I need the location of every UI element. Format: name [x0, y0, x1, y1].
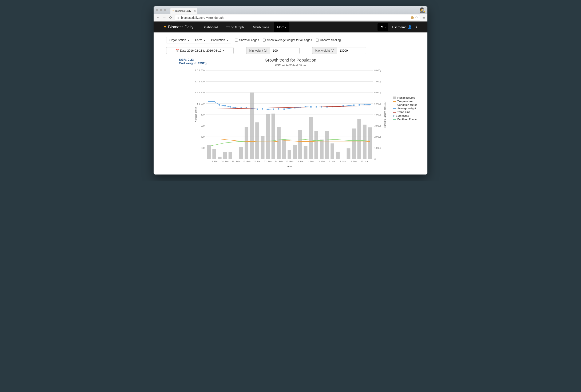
organisation-dropdown[interactable]: Organisation▾	[166, 37, 192, 44]
sgr-value: SGR: 0.23	[179, 58, 207, 61]
svg-rect-62	[251, 108, 253, 109]
svg-text:1.6 1 600: 1.6 1 600	[195, 69, 205, 72]
svg-text:22. Feb: 22. Feb	[264, 160, 272, 163]
incognito-icon: 🕵	[420, 8, 425, 13]
svg-rect-25	[207, 145, 211, 159]
max-weight-label: Max weight (g)	[312, 47, 337, 54]
brand-logo-icon: ▾	[164, 25, 166, 29]
svg-text:11. Mar: 11. Mar	[361, 160, 369, 163]
svg-rect-83	[364, 104, 365, 106]
svg-rect-67	[278, 108, 279, 110]
svg-text:26. Feb: 26. Feb	[285, 160, 293, 163]
svg-text:600: 600	[201, 124, 205, 127]
svg-rect-36	[272, 114, 275, 159]
brand[interactable]: ▾ Biomass Daily	[164, 25, 193, 29]
scope-selectors: Organisation▾ Farm▾ Population▾	[166, 37, 231, 44]
svg-rect-54	[208, 101, 210, 102]
show-all-cages-check[interactable]: Show all cages	[235, 38, 259, 42]
farm-dropdown[interactable]: Farm▾	[192, 37, 208, 44]
close-tab-icon[interactable]: ×	[194, 9, 196, 13]
svg-rect-58	[230, 106, 231, 108]
hamburger-menu-icon[interactable]: ≡	[422, 15, 425, 20]
minimize-window-icon[interactable]	[160, 9, 162, 12]
legend-depth-on-frame[interactable]: Depth on Frame	[393, 118, 417, 121]
svg-rect-37	[277, 127, 281, 159]
checkbox[interactable]	[316, 38, 319, 42]
user-menu[interactable]: Username 👤	[392, 25, 412, 29]
svg-text:14. Feb: 14. Feb	[221, 160, 229, 163]
svg-rect-32	[250, 92, 254, 159]
page-icon: 🗎	[177, 16, 180, 20]
svg-rect-68	[284, 108, 285, 110]
flag-dropdown[interactable]: ⚑ ▾	[378, 24, 388, 31]
svg-rect-82	[359, 104, 360, 106]
svg-rect-69	[289, 108, 290, 109]
svg-text:8 000g: 8 000g	[374, 69, 382, 72]
url-text: biomassdaily.com/?#/trendgraph	[181, 16, 223, 20]
legend-condition-factor[interactable]: Condition factor	[393, 104, 417, 106]
flag-icon: ⚑	[380, 25, 383, 29]
nav-distributions[interactable]: Distributions	[249, 22, 272, 32]
legend-temperature[interactable]: Temperature	[393, 100, 417, 103]
max-weight-input[interactable]	[337, 47, 366, 54]
cookie-icon[interactable]	[411, 16, 414, 19]
filter-row-2: 📅 Date 2016-02-11 to 2016-03-12 ▾ Min we…	[166, 47, 415, 54]
svg-text:6 000g: 6 000g	[374, 91, 382, 94]
svg-rect-34	[261, 136, 265, 159]
svg-text:7 000g: 7 000g	[374, 80, 382, 83]
forward-button[interactable]: →	[162, 16, 166, 20]
tab-favicon: ▾	[172, 10, 174, 12]
checkbox[interactable]	[235, 38, 238, 42]
bookmark-star-icon[interactable]: ☆	[415, 16, 418, 20]
back-button[interactable]: ←	[156, 16, 160, 20]
population-dropdown[interactable]: Population▾	[208, 37, 231, 44]
legend-trend-line[interactable]: Trend Line	[393, 111, 417, 114]
nav-more[interactable]: More▾	[274, 22, 289, 32]
svg-rect-29	[229, 152, 232, 159]
info-icon[interactable]: ℹ	[416, 25, 417, 29]
svg-rect-44	[315, 131, 318, 159]
nav-trend-graph[interactable]: Trend Graph	[223, 22, 247, 32]
svg-rect-49	[347, 148, 350, 159]
date-range-picker[interactable]: 📅 Date 2016-02-11 to 2016-03-12 ▾	[166, 47, 234, 54]
svg-rect-38	[282, 139, 286, 159]
browser-tab-bar: ▾ Biomass Daily × 🕵	[154, 6, 427, 14]
reload-button[interactable]: ⟳	[169, 16, 172, 20]
min-weight-input[interactable]	[270, 47, 300, 54]
legend-comments[interactable]: ◆Comments	[393, 114, 417, 117]
browser-tab[interactable]: ▾ Biomass Daily ×	[170, 8, 197, 14]
caret-down-icon: ▾	[227, 39, 228, 41]
end-weight-value: End weight: 4792g	[179, 61, 207, 65]
growth-trend-chart[interactable]: 2004006008001 1 0001.2 1 2001.4 1 4001.6…	[166, 66, 415, 170]
svg-text:200: 200	[201, 147, 205, 149]
legend-average-weight[interactable]: Average weight	[393, 107, 417, 110]
nav-dashboard[interactable]: Dashboard	[199, 22, 221, 32]
maximize-window-icon[interactable]	[164, 9, 166, 12]
svg-text:5 000g: 5 000g	[374, 102, 382, 105]
svg-text:1. Mar: 1. Mar	[308, 160, 314, 163]
caret-down-icon: ▾	[204, 39, 205, 41]
svg-rect-47	[331, 144, 334, 159]
svg-rect-66	[273, 108, 274, 110]
svg-rect-43	[309, 117, 313, 159]
svg-rect-63	[257, 108, 258, 110]
svg-text:1.2 1 200: 1.2 1 200	[195, 91, 205, 94]
diamond-icon: ◆	[393, 114, 395, 117]
uniform-scaling-check[interactable]: Uniform Scaling	[316, 38, 341, 42]
legend-fish-measured[interactable]: Fish measured	[393, 96, 417, 99]
page-content: Organisation▾ Farm▾ Population▾ Show all…	[154, 32, 427, 174]
svg-rect-50	[352, 128, 356, 159]
svg-rect-45	[320, 140, 324, 159]
close-window-icon[interactable]	[156, 9, 158, 12]
show-avg-weight-check[interactable]: Show average weight for all cages	[263, 38, 312, 42]
checkbox[interactable]	[263, 38, 266, 42]
svg-text:Number of fish: Number of fish	[194, 107, 197, 122]
address-bar[interactable]: 🗎 biomassdaily.com/?#/trendgraph ☆	[175, 15, 420, 20]
summary-stats: SGR: 0.23 End weight: 4792g	[179, 58, 207, 65]
app-navbar: ▾ Biomass Daily Dashboard Trend Graph Di…	[154, 22, 427, 32]
svg-rect-31	[245, 127, 248, 159]
username-label: Username	[392, 25, 407, 29]
svg-rect-80	[348, 105, 349, 106]
svg-text:4 000g: 4 000g	[374, 114, 382, 116]
browser-toolbar: ← → ⟳ 🗎 biomassdaily.com/?#/trendgraph ☆…	[154, 14, 427, 22]
